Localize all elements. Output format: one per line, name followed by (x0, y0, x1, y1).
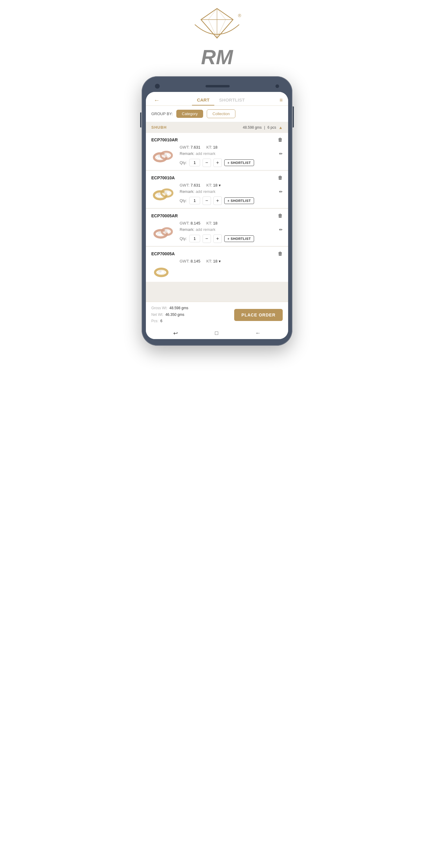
remark-value: add remark (195, 151, 279, 156)
item-specs: GWT: 7.631 KT: 18 (180, 145, 283, 150)
svg-rect-29 (165, 230, 167, 232)
logo-rm-text: RM (201, 47, 233, 67)
item-details: GWT: 7.631 KT: 18▼ Remark: add remark ✏ … (180, 183, 283, 205)
item-header: ECP70005AR 🗑 (151, 213, 283, 218)
edit-remark-button[interactable]: ✏ (279, 151, 283, 156)
group-by-collection-button[interactable]: Collection (207, 110, 236, 118)
item-code: ECP70005AR (151, 213, 178, 218)
qty-decrease-button[interactable]: − (203, 235, 211, 243)
nav-back-icon[interactable]: ↩ (173, 330, 178, 337)
qty-input[interactable]: 1 (189, 159, 200, 166)
header-tabs: CART SHORTLIST (192, 95, 250, 105)
section-separator: | (264, 125, 265, 130)
menu-icon[interactable]: ≡ (279, 97, 283, 103)
edit-remark-button[interactable]: ✏ (279, 227, 283, 232)
item-image (151, 259, 176, 280)
nav-forward-icon[interactable]: ← (255, 330, 261, 336)
place-order-button[interactable]: PLACE ORDER (234, 309, 283, 321)
svg-rect-32 (159, 271, 161, 273)
item-code: ECP70005A (151, 251, 175, 256)
qty-increase-button[interactable]: + (213, 158, 222, 167)
add-shortlist-button[interactable]: + SHORTLIST (224, 236, 254, 242)
qty-increase-button[interactable]: + (213, 235, 222, 243)
net-wt-value: 46.350 gms (165, 313, 184, 317)
kt-value-dropdown[interactable]: 18 (213, 183, 217, 187)
qty-row: Qty: 1 − + + SHORTLIST (180, 196, 283, 205)
delete-button[interactable]: 🗑 (278, 251, 283, 256)
delete-button[interactable]: 🗑 (278, 175, 283, 181)
remark-value: add remark (195, 227, 279, 232)
qty-row: Qty: 1 − + + SHORTLIST (180, 158, 283, 167)
item-body: GWT: 8.145 KT: 18▼ (151, 259, 283, 280)
bottom-stats: Gross Wt: 48.598 gms Net Wt: 46.350 gms … (151, 305, 188, 324)
qty-input[interactable]: 1 (189, 235, 200, 242)
gross-wt-value: 48.598 gms (169, 306, 188, 310)
qty-increase-button[interactable]: + (213, 196, 222, 205)
svg-line-10 (217, 20, 226, 38)
collapse-button[interactable]: ▲ (278, 125, 283, 130)
section-weight: 48.598 gms (243, 125, 262, 130)
phone-speaker (206, 85, 230, 87)
gwt-label: GWT: (180, 259, 190, 264)
tab-shortlist[interactable]: SHORTLIST (214, 95, 250, 105)
remark-row: Remark: add remark ✏ (180, 227, 283, 232)
bottom-bar: Gross Wt: 48.598 gms Net Wt: 46.350 gms … (146, 302, 288, 328)
item-image (151, 221, 176, 242)
page-wrapper: ® RM ← CART SHORTLIST ≡ (102, 6, 332, 346)
svg-line-2 (217, 8, 233, 20)
group-by-bar: GROUP BY: Category Collection (146, 106, 288, 122)
gwt-label: GWT: (180, 183, 190, 187)
group-by-category-button[interactable]: Category (176, 110, 203, 118)
svg-line-9 (208, 20, 217, 38)
pcs-label: Pcs: (151, 319, 158, 323)
gwt-label: GWT: (180, 145, 190, 150)
svg-line-7 (208, 8, 217, 20)
qty-row: Qty: 1 − + + SHORTLIST (180, 235, 283, 243)
cart-item: ECP70005AR 🗑 (146, 209, 288, 246)
kt-label: KT: (207, 221, 212, 225)
phone-top-bar (146, 83, 288, 90)
cart-content[interactable]: SHUBH 48.598 gms | 6 pcs ▲ ECP70010AR 🗑 (146, 122, 288, 302)
svg-line-8 (217, 8, 226, 20)
kt-value: 18 (213, 145, 217, 150)
net-wt-label: Net Wt: (151, 313, 163, 317)
item-image (151, 183, 176, 204)
delete-button[interactable]: 🗑 (278, 137, 283, 143)
item-specs: GWT: 8.145 KT: 18 (180, 221, 283, 225)
phone-frame: ← CART SHORTLIST ≡ GROUP BY: Category Co… (142, 76, 292, 346)
svg-rect-23 (165, 192, 167, 193)
qty-label: Qty: (180, 236, 187, 241)
remark-value: add remark (195, 189, 279, 194)
kt-value-dropdown[interactable]: 18 (213, 259, 217, 264)
qty-decrease-button[interactable]: − (203, 196, 211, 205)
logo-section: ® RM (190, 6, 244, 67)
section-name: SHUBH (151, 125, 167, 130)
qty-label: Qty: (180, 198, 187, 203)
item-code: ECP70010A (151, 176, 175, 180)
gwt-value: 7.631 (190, 183, 200, 187)
add-shortlist-button[interactable]: + SHORTLIST (224, 197, 254, 204)
cart-item: ECP70010AR 🗑 (146, 133, 288, 170)
group-by-label: GROUP BY: (151, 112, 173, 116)
back-button[interactable]: ← (151, 96, 162, 105)
item-specs: GWT: 7.631 KT: 18▼ (180, 183, 283, 187)
power-button (293, 106, 294, 127)
svg-text:®: ® (238, 13, 241, 18)
remark-label: Remark: (180, 151, 194, 156)
add-shortlist-button[interactable]: + SHORTLIST (224, 159, 254, 166)
section-stats: 48.598 gms | 6 pcs ▲ (243, 125, 283, 130)
gwt-value: 8.145 (190, 221, 200, 225)
qty-input[interactable]: 1 (189, 197, 200, 204)
edit-remark-button[interactable]: ✏ (279, 189, 283, 194)
remark-row: Remark: add remark ✏ (180, 189, 283, 194)
item-image (151, 145, 176, 166)
qty-decrease-button[interactable]: − (203, 158, 211, 167)
nav-home-icon[interactable]: □ (215, 330, 218, 336)
pcs-value: 6 (160, 319, 162, 323)
ring-image (152, 146, 175, 165)
section-header: SHUBH 48.598 gms | 6 pcs ▲ (146, 122, 288, 133)
tab-cart[interactable]: CART (192, 95, 214, 105)
delete-button[interactable]: 🗑 (278, 213, 283, 218)
remark-label: Remark: (180, 227, 194, 232)
item-code: ECP70010AR (151, 137, 178, 142)
